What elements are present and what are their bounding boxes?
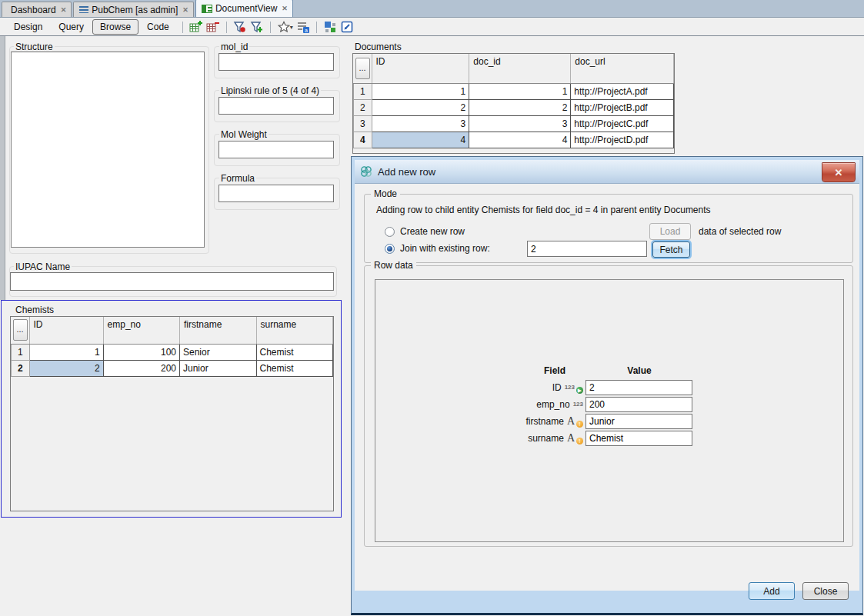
table-corner-cell: ...	[12, 317, 30, 344]
column-header-emp-no[interactable]: emp_no	[103, 317, 179, 344]
value-column-header: Value	[585, 365, 693, 379]
column-header-doc-url[interactable]: doc_url	[571, 54, 674, 83]
cell-doc-url[interactable]: http://ProjectA.pdf	[571, 83, 674, 99]
edit-list-icon[interactable]: a	[295, 20, 312, 35]
text-type-icon: A	[567, 435, 575, 442]
fetch-button[interactable]: Fetch	[652, 241, 690, 258]
row-number[interactable]: 4	[354, 132, 372, 148]
grid-view-icon	[79, 6, 88, 13]
row-number[interactable]: 1	[12, 344, 30, 360]
filter-remove-icon[interactable]	[232, 20, 249, 35]
table-options-button[interactable]: ...	[355, 58, 370, 79]
cell-id-selected[interactable]: 4	[372, 132, 469, 148]
documents-title: Documents	[353, 42, 403, 52]
mode-group-label: Mode	[371, 188, 400, 199]
load-button[interactable]: Load	[649, 223, 691, 240]
dropdown-arrow-icon[interactable]: ▾	[290, 24, 293, 31]
lipinski-field[interactable]	[219, 97, 334, 115]
cell-doc-id[interactable]: 2	[469, 99, 571, 115]
row-number[interactable]: 3	[354, 115, 372, 132]
cell-doc-url[interactable]: http://ProjectD.pdf	[571, 132, 674, 148]
field-name: firstname	[526, 416, 564, 427]
join-row-id-input[interactable]	[527, 241, 647, 257]
mol-id-field[interactable]	[219, 53, 334, 71]
editor-tab-bar: Dashboard ✕ PubChem [as admin] ✕ Documen…	[0, 0, 864, 18]
svg-text:a: a	[305, 28, 308, 33]
formula-label: Formula	[219, 173, 256, 184]
cell-doc-id[interactable]: 3	[469, 115, 571, 132]
mode-code-button[interactable]: Code	[139, 19, 177, 35]
lipinski-label: Lipinski rule of 5 (4 of 4)	[219, 85, 321, 96]
cell-id[interactable]: 1	[29, 344, 103, 360]
numeric-type-icon: 123	[573, 401, 583, 408]
row-number[interactable]: 1	[354, 83, 372, 99]
iupac-field[interactable]	[10, 272, 334, 291]
formula-field[interactable]	[219, 185, 334, 202]
mode-browse-button[interactable]: Browse	[92, 19, 138, 35]
column-header-firstname[interactable]: firstname	[180, 317, 257, 344]
delete-row-icon[interactable]	[205, 20, 222, 35]
view-toolbar: Design Query Browse Code ▾ a	[0, 18, 864, 36]
create-new-row-label[interactable]: Create new row	[400, 226, 465, 237]
cell-doc-id[interactable]: 1	[469, 83, 571, 99]
structure-canvas[interactable]	[11, 52, 205, 248]
dialog-title-bar[interactable]: Add new row ✕	[355, 160, 859, 183]
text-type-icon: A	[567, 418, 575, 425]
cell-surname[interactable]: Chemist	[256, 360, 333, 376]
table-row: 1 1 1 http://ProjectA.pdf	[354, 83, 674, 99]
mode-design-button[interactable]: Design	[6, 19, 50, 35]
cell-firstname[interactable]: Senior	[180, 344, 257, 360]
open-diagram-icon[interactable]	[339, 20, 355, 35]
join-existing-radio[interactable]	[385, 244, 395, 254]
row-number[interactable]: 2	[354, 99, 372, 115]
mode-query-button[interactable]: Query	[51, 19, 92, 35]
firstname-value-input[interactable]	[585, 414, 692, 429]
close-tab-icon[interactable]: ✕	[281, 5, 289, 12]
filter-add-icon[interactable]	[249, 20, 265, 35]
structure-label: Structure	[14, 42, 55, 52]
field-name: ID	[552, 382, 562, 393]
cell-doc-url[interactable]: http://ProjectC.pdf	[571, 115, 674, 132]
cell-id[interactable]: 1	[372, 83, 469, 99]
cell-id-selected[interactable]: 2	[29, 360, 103, 376]
documents-table: ... ID doc_id doc_url 1 1 1 http://Proje…	[352, 53, 675, 154]
toolbar-separator	[182, 22, 183, 33]
field-row-emp-no: emp_no 123	[478, 396, 709, 413]
add-new-row-dialog: Add new row ✕ Mode Adding row to child e…	[351, 156, 863, 615]
dialog-close-icon[interactable]: ✕	[822, 162, 856, 182]
cell-doc-url[interactable]: http://ProjectB.pdf	[571, 99, 674, 115]
cell-doc-id[interactable]: 4	[469, 132, 571, 148]
table-row: 4 4 4 http://ProjectD.pdf	[354, 132, 674, 148]
close-tab-icon[interactable]: ✕	[182, 6, 189, 14]
tab-dashboard[interactable]: Dashboard ✕	[2, 2, 72, 17]
join-existing-label[interactable]: Join with existing row:	[400, 243, 490, 254]
generated-key-icon: ▶	[576, 387, 583, 394]
add-row-icon[interactable]	[188, 20, 205, 35]
close-button[interactable]: Close	[802, 582, 849, 600]
cell-id[interactable]: 2	[372, 99, 469, 115]
emp-no-value-input[interactable]	[585, 397, 692, 412]
create-new-row-radio[interactable]	[385, 227, 395, 237]
form-view-icon	[202, 5, 212, 13]
column-header-surname[interactable]: surname	[256, 317, 333, 344]
mol-weight-field[interactable]	[219, 141, 334, 158]
cell-emp-no[interactable]: 200	[103, 360, 179, 376]
chemists-title: Chemists	[14, 305, 55, 315]
tab-pubchem[interactable]: PubChem [as admin] ✕	[73, 2, 194, 17]
column-header-id[interactable]: ID	[372, 54, 469, 83]
tab-documentview[interactable]: DocumentView ✕	[195, 0, 293, 17]
cell-id[interactable]: 3	[372, 115, 469, 132]
row-number[interactable]: 2	[12, 360, 30, 376]
cell-firstname[interactable]: Junior	[180, 360, 257, 376]
surname-value-input[interactable]	[585, 431, 692, 446]
close-tab-icon[interactable]: ✕	[60, 6, 68, 14]
add-button[interactable]: Add	[749, 582, 795, 600]
id-value-input[interactable]	[585, 380, 692, 395]
column-header-doc-id[interactable]: doc_id	[469, 54, 571, 83]
table-options-button[interactable]: ...	[13, 319, 28, 341]
layout-blocks-icon[interactable]	[322, 20, 339, 35]
column-header-id[interactable]: ID	[29, 317, 103, 344]
cell-surname[interactable]: Chemist	[256, 344, 333, 360]
field-row-firstname: firstname A !	[478, 413, 709, 430]
cell-emp-no[interactable]: 100	[103, 344, 179, 360]
